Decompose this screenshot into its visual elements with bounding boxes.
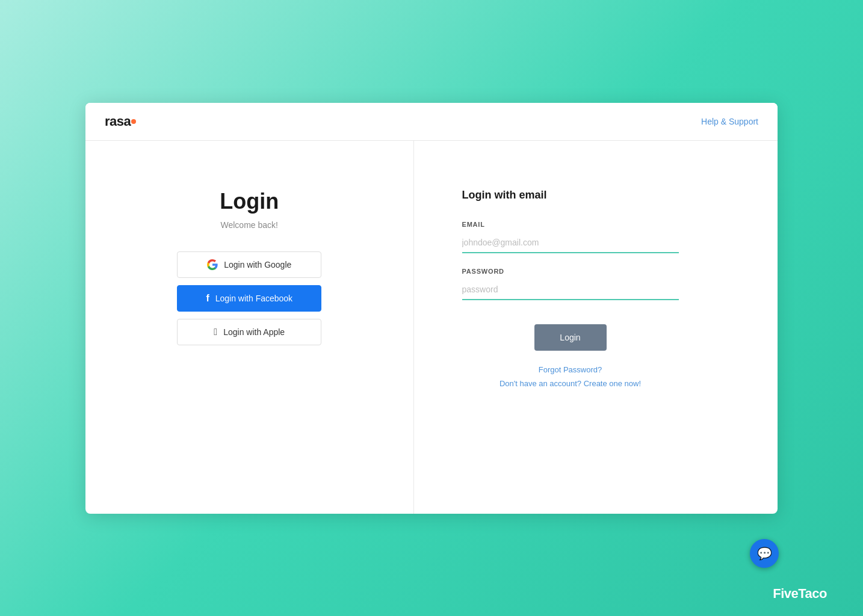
email-login-title: Login with email [462,189,547,202]
google-icon [207,259,218,270]
card-body: Login Welcome back! Login with Google [85,141,778,514]
facebook-icon: f [206,293,209,304]
email-input[interactable] [462,233,679,253]
create-account-link[interactable]: Don't have an account? Create one now! [500,379,641,388]
chat-widget[interactable]: 💬 [750,539,779,568]
password-label: PASSWORD [462,268,679,275]
logo: rasa [105,114,136,129]
login-button-row: Login [462,315,679,365]
logo-text: rasa [105,114,131,129]
login-subtitle: Welcome back! [221,220,278,230]
google-button-label: Login with Google [224,260,291,270]
password-form-group: PASSWORD [462,268,679,300]
logo-dot [131,119,136,124]
apple-icon:  [214,327,217,337]
facebook-login-button[interactable]: f Login with Facebook [177,285,321,312]
card-header: rasa Help & Support [85,103,778,141]
chat-icon: 💬 [757,546,772,561]
email-form-group: EMAIL [462,221,679,253]
right-panel: Login with email EMAIL PASSWORD Login Fo… [414,141,778,514]
password-input[interactable] [462,280,679,300]
forgot-password-link[interactable]: Forgot Password? [539,365,602,374]
social-buttons: Login with Google f Login with Facebook … [177,251,321,345]
main-card: rasa Help & Support Login Welcome back! [85,103,778,514]
email-label: EMAIL [462,221,679,228]
help-support-link[interactable]: Help & Support [701,117,758,126]
fivetaco-watermark: FiveTaco [773,586,827,602]
apple-login-button[interactable]:  Login with Apple [177,319,321,345]
login-button[interactable]: Login [534,324,607,351]
form-links: Forgot Password? Don't have an account? … [462,365,679,388]
facebook-button-label: Login with Facebook [215,294,292,303]
login-title: Login [220,189,279,214]
left-panel: Login Welcome back! Login with Google [85,141,414,514]
apple-button-label: Login with Apple [223,327,285,337]
google-login-button[interactable]: Login with Google [177,251,321,278]
